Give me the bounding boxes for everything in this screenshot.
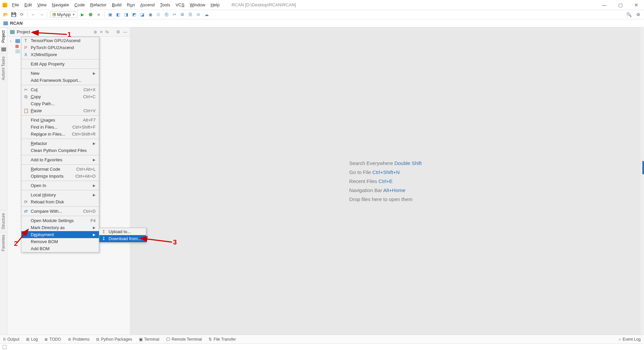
menu-window[interactable]: Window bbox=[188, 2, 207, 8]
menu-build[interactable]: Build bbox=[110, 2, 124, 8]
ctx-local-history[interactable]: Local History▶ bbox=[21, 191, 99, 198]
tab-output[interactable]: ⎘Output bbox=[3, 337, 19, 342]
tab-structure[interactable]: Structure bbox=[0, 210, 7, 232]
tb-icon-5[interactable]: ◪ bbox=[139, 12, 145, 18]
breadcrumb-root[interactable]: RCAN bbox=[10, 21, 23, 26]
menu-view[interactable]: View bbox=[35, 2, 48, 8]
window-close[interactable]: ✕ bbox=[631, 2, 641, 8]
ctx-copy[interactable]: ⧉CopyCtrl+C bbox=[21, 93, 99, 100]
tb-icon-7[interactable]: ⦾ bbox=[155, 12, 161, 18]
ctx-reload[interactable]: ⟳Reload from Disk bbox=[21, 198, 99, 205]
menu-vcs[interactable]: VCS bbox=[173, 2, 186, 8]
ctx-remove-bom[interactable]: Remove BOM bbox=[21, 238, 99, 245]
stop-icon[interactable]: ■ bbox=[96, 12, 102, 18]
project-panel-title[interactable]: Project bbox=[17, 29, 30, 34]
tb-icon-4[interactable]: ◩ bbox=[131, 12, 137, 18]
ctx-upload-to[interactable]: ↥Upload to... bbox=[99, 228, 146, 235]
ctx-add-framework[interactable]: Add Framework Support... bbox=[21, 77, 99, 84]
right-gutter-handle[interactable] bbox=[642, 161, 644, 174]
menu-refactor[interactable]: Refactor bbox=[88, 2, 109, 8]
tb-icon-9[interactable]: ✂ bbox=[171, 12, 177, 18]
hint-navbar-key: Alt+Home bbox=[383, 187, 405, 193]
tab-terminal[interactable]: ▣Terminal bbox=[139, 337, 159, 342]
tab-filetransfer[interactable]: ⇅File Transfer bbox=[208, 337, 236, 342]
open-icon[interactable]: 📂 bbox=[3, 12, 9, 18]
menu-run[interactable]: Run bbox=[125, 2, 137, 8]
tb-icon-3[interactable]: ◨ bbox=[123, 12, 129, 18]
terminal-icon: ▣ bbox=[139, 337, 143, 342]
menu-ascend[interactable]: Ascend bbox=[138, 2, 157, 8]
tab-pypkg[interactable]: ⧉Python Packages bbox=[96, 337, 132, 342]
ctx-tf-ascend[interactable]: TTensorFlow GPU2Ascend bbox=[21, 37, 99, 44]
ctx-replace-in-files[interactable]: Replace in Files...Ctrl+Shift+R bbox=[21, 131, 99, 138]
tb-icon-12[interactable]: ⛭ bbox=[195, 12, 201, 18]
ctx-refactor[interactable]: Refactor▶ bbox=[21, 140, 99, 147]
reload-icon: ⟳ bbox=[23, 199, 28, 204]
menu-tools[interactable]: Tools bbox=[158, 2, 172, 8]
tab-problems[interactable]: ⊘Problems bbox=[68, 337, 90, 342]
collapse-icon[interactable]: ⇆ bbox=[105, 29, 109, 34]
ctx-mark-directory[interactable]: Mark Directory as▶ bbox=[21, 224, 99, 231]
ctx-find-in-files[interactable]: Find in Files...Ctrl+Shift+F bbox=[21, 124, 99, 131]
ctx-x2mind[interactable]: XX2MindSpore bbox=[21, 51, 99, 58]
ctx-add-bom[interactable]: Add BOM bbox=[21, 245, 99, 252]
tb-icon-10[interactable]: ⚙ bbox=[179, 12, 185, 18]
ctx-add-favorites[interactable]: Add to Favorites▶ bbox=[21, 156, 99, 163]
ctx-paste[interactable]: 📋PasteCtrl+V bbox=[21, 107, 99, 114]
expand-icon[interactable]: ≡ bbox=[100, 29, 103, 34]
run-icon[interactable]: ▶ bbox=[79, 12, 86, 18]
ctx-open-module[interactable]: Open Module SettingsF4 bbox=[21, 217, 99, 224]
tab-log[interactable]: ⊞Log bbox=[26, 337, 38, 342]
window-minimize[interactable]: — bbox=[599, 2, 609, 8]
menu-navigate[interactable]: Navigate bbox=[50, 2, 71, 8]
editor-area[interactable]: Search Everywhere Double Shift Go to Fil… bbox=[130, 27, 641, 335]
menu-file[interactable]: FFileile bbox=[10, 2, 21, 8]
menu-edit[interactable]: Edit bbox=[22, 2, 34, 8]
upload-icon: ↥ bbox=[101, 229, 106, 234]
panel-settings-icon[interactable]: ⚙ bbox=[116, 29, 120, 34]
forward-icon[interactable]: → bbox=[38, 12, 44, 18]
tb-icon-1[interactable]: ▣ bbox=[107, 12, 113, 18]
ctx-find-usages[interactable]: Find UsagesAlt+F7 bbox=[21, 117, 99, 124]
save-all-icon[interactable]: 💾 bbox=[11, 12, 17, 18]
tb-icon-11[interactable]: ☰ bbox=[187, 12, 193, 18]
ctx-compare[interactable]: ⇄Compare With...Ctrl+D bbox=[21, 208, 99, 215]
debug-icon[interactable]: ⯃ bbox=[88, 12, 94, 18]
ctx-clean-pyc[interactable]: Clean Python Compiled Files bbox=[21, 147, 99, 154]
tb-icon-8[interactable]: ⦿ bbox=[163, 12, 169, 18]
ctx-optimize-imports[interactable]: Optimize ImportsCtrl+Alt+O bbox=[21, 173, 99, 180]
project-panel-header: Project ▼ ⊕ ≡ ⇆ ⚙ — bbox=[7, 27, 130, 37]
ctx-open-in[interactable]: Open In▶ bbox=[21, 182, 99, 189]
run-config-selector[interactable]: MyApp ▼ bbox=[50, 11, 77, 18]
menu-code[interactable]: Code bbox=[72, 2, 87, 8]
tab-eventlog[interactable]: ○Event Log bbox=[619, 337, 641, 342]
tab-todo[interactable]: ≣TODO bbox=[44, 337, 61, 342]
settings-icon[interactable]: ⚙ bbox=[635, 12, 641, 18]
tab-favorites[interactable]: Favorites bbox=[0, 232, 7, 254]
ctx-reformat[interactable]: Reformat CodeCtrl+Alt+L bbox=[21, 166, 99, 173]
panel-hide-icon[interactable]: — bbox=[123, 29, 127, 34]
project-view-dropdown[interactable]: ▼ bbox=[31, 30, 35, 34]
sync-icon[interactable]: ⟳ bbox=[19, 12, 25, 18]
ctx-cut[interactable]: ✂CutCtrl+X bbox=[21, 86, 99, 93]
remote-terminal-icon: 🖵 bbox=[166, 337, 170, 342]
statusbar-toggle[interactable] bbox=[3, 345, 7, 349]
tb-icon-13[interactable]: ☁ bbox=[203, 12, 209, 18]
tab-remote-terminal[interactable]: 🖵Remote Terminal bbox=[166, 337, 202, 342]
search-icon[interactable]: 🔍 bbox=[626, 12, 632, 18]
tab-project[interactable]: Project bbox=[0, 27, 7, 45]
ctx-edit-app[interactable]: Edit App Property bbox=[21, 60, 99, 67]
tb-icon-6[interactable]: ◉ bbox=[147, 12, 153, 18]
ctx-copy-path[interactable]: Copy Path... bbox=[21, 100, 99, 107]
ctx-new[interactable]: New▶ bbox=[21, 70, 99, 77]
gutter-icon[interactable] bbox=[1, 47, 6, 51]
tab-automl[interactable]: Automl Tasks bbox=[0, 53, 7, 83]
ctx-pt-ascend[interactable]: PPyTorch GPU2Ascend bbox=[21, 44, 99, 51]
back-icon[interactable]: ← bbox=[30, 12, 36, 18]
target-icon[interactable]: ⊕ bbox=[94, 29, 97, 34]
window-maximize[interactable]: ▢ bbox=[615, 2, 625, 8]
menu-help[interactable]: Help bbox=[208, 2, 221, 8]
ctx-deployment[interactable]: Deployment▶ bbox=[21, 231, 99, 238]
ctx-download-from[interactable]: ↧Download from... bbox=[99, 235, 146, 242]
tb-icon-2[interactable]: ◧ bbox=[115, 12, 121, 18]
